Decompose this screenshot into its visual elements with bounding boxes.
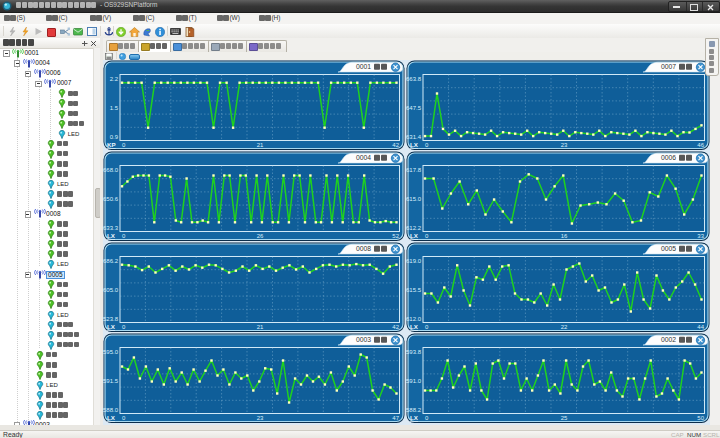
svg-text:33: 33 [697,233,704,239]
svg-text:0005: 0005 [661,245,676,252]
svg-text:591.5: 591.5 [103,378,119,384]
svg-text:650.6: 650.6 [103,196,119,202]
svg-text:KP: KP [107,141,116,148]
svg-text:0008: 0008 [356,245,371,252]
svg-text:0006: 0006 [661,154,676,161]
svg-text:0007: 0007 [661,63,676,70]
svg-text:52: 52 [392,233,399,239]
svg-text:LX: LX [410,232,419,239]
svg-text:0004: 0004 [356,154,371,161]
svg-text:588.2: 588.2 [406,406,422,412]
svg-text:LX: LX [107,323,116,330]
svg-text:686.2: 686.2 [103,257,119,263]
svg-text:591.0: 591.0 [406,378,422,384]
svg-text:46: 46 [697,142,704,148]
svg-text:615.0: 615.0 [406,196,422,202]
svg-text:595.0: 595.0 [103,348,119,354]
svg-text:50: 50 [697,415,704,421]
svg-text:0003: 0003 [356,336,371,343]
svg-text:42: 42 [392,142,399,148]
svg-text:588.0: 588.0 [103,406,119,412]
svg-text:605.0: 605.0 [103,287,119,293]
svg-text:LX: LX [410,141,419,148]
svg-text:0.9: 0.9 [110,133,119,139]
svg-text:26: 26 [257,233,264,239]
svg-text:2.2: 2.2 [110,75,119,81]
svg-text:615.5: 615.5 [406,287,422,293]
svg-text:21: 21 [257,142,264,148]
svg-text:0002: 0002 [661,336,676,343]
svg-text:16: 16 [561,233,568,239]
svg-text:1.5: 1.5 [110,105,119,111]
svg-text:523.8: 523.8 [103,315,119,321]
svg-text:LX: LX [410,323,419,330]
svg-text:668.0: 668.0 [103,166,119,172]
svg-text:25: 25 [561,415,568,421]
svg-text:663.8: 663.8 [406,75,422,81]
svg-text:647.5: 647.5 [406,105,422,111]
svg-text:47: 47 [392,415,399,421]
svg-text:0001: 0001 [356,63,371,70]
svg-text:44: 44 [697,324,704,330]
svg-text:612.0: 612.0 [406,315,422,321]
svg-text:42: 42 [392,324,399,330]
svg-text:LX: LX [107,414,116,421]
svg-text:21: 21 [257,324,264,330]
svg-text:593.8: 593.8 [406,348,422,354]
svg-text:LX: LX [410,414,419,421]
svg-text:LX: LX [107,232,116,239]
svg-text:617.8: 617.8 [406,166,422,172]
svg-text:619.0: 619.0 [406,257,422,263]
svg-text:23: 23 [561,142,568,148]
svg-text:633.3: 633.3 [103,224,119,230]
svg-text:23: 23 [257,415,264,421]
svg-text:631.4: 631.4 [406,133,422,139]
svg-text:612.2: 612.2 [406,224,422,230]
svg-text:22: 22 [561,324,568,330]
